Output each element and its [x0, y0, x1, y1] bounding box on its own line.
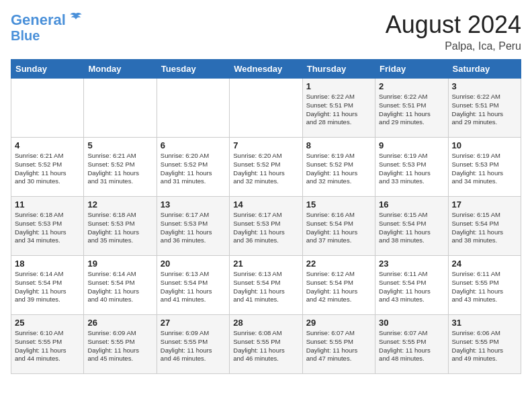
day-number: 6: [161, 140, 226, 150]
calendar-cell: [157, 79, 229, 138]
day-number: 29: [306, 318, 371, 328]
day-number: 2: [379, 81, 444, 91]
weekday-header: Friday: [375, 60, 448, 79]
calendar-cell: 14Sunrise: 6:17 AM Sunset: 5:53 PM Dayli…: [230, 197, 302, 256]
calendar-cell: 20Sunrise: 6:13 AM Sunset: 5:54 PM Dayli…: [157, 256, 229, 315]
day-number: 24: [452, 259, 517, 269]
day-number: 20: [161, 259, 226, 269]
day-info: Sunrise: 6:18 AM Sunset: 5:53 PM Dayligh…: [15, 211, 80, 245]
logo-general: General: [11, 11, 66, 28]
day-number: 3: [452, 81, 517, 91]
day-number: 12: [87, 199, 152, 210]
calendar-cell: 26Sunrise: 6:09 AM Sunset: 5:55 PM Dayli…: [84, 315, 157, 374]
day-info: Sunrise: 6:20 AM Sunset: 5:52 PM Dayligh…: [233, 152, 298, 186]
calendar-cell: 15Sunrise: 6:16 AM Sunset: 5:54 PM Dayli…: [302, 197, 375, 256]
location-subtitle: Palpa, Ica, Peru: [386, 40, 521, 52]
day-info: Sunrise: 6:17 AM Sunset: 5:53 PM Dayligh…: [233, 211, 298, 245]
day-number: 31: [452, 318, 517, 328]
calendar-cell: 4Sunrise: 6:21 AM Sunset: 5:52 PM Daylig…: [11, 138, 84, 197]
calendar-cell: 27Sunrise: 6:09 AM Sunset: 5:55 PM Dayli…: [157, 315, 229, 374]
day-number: 22: [306, 259, 371, 269]
logo-text: General: [11, 13, 66, 28]
day-info: Sunrise: 6:13 AM Sunset: 5:54 PM Dayligh…: [161, 270, 226, 304]
day-info: Sunrise: 6:21 AM Sunset: 5:52 PM Dayligh…: [15, 152, 80, 186]
calendar-week-row: 4Sunrise: 6:21 AM Sunset: 5:52 PM Daylig…: [11, 138, 521, 197]
weekday-header: Tuesday: [157, 60, 229, 79]
weekday-header: Sunday: [11, 60, 84, 79]
calendar-cell: 21Sunrise: 6:13 AM Sunset: 5:54 PM Dayli…: [230, 256, 302, 315]
calendar-cell: 19Sunrise: 6:14 AM Sunset: 5:54 PM Dayli…: [84, 256, 157, 315]
weekday-header-row: SundayMondayTuesdayWednesdayThursdayFrid…: [11, 60, 521, 79]
day-number: 10: [452, 140, 517, 150]
day-number: 1: [306, 81, 371, 91]
calendar-cell: 29Sunrise: 6:07 AM Sunset: 5:55 PM Dayli…: [302, 315, 375, 374]
day-info: Sunrise: 6:20 AM Sunset: 5:52 PM Dayligh…: [161, 152, 226, 186]
weekday-header: Monday: [84, 60, 157, 79]
calendar-cell: 9Sunrise: 6:19 AM Sunset: 5:53 PM Daylig…: [375, 138, 448, 197]
calendar-week-row: 1Sunrise: 6:22 AM Sunset: 5:51 PM Daylig…: [11, 79, 521, 138]
day-info: Sunrise: 6:08 AM Sunset: 5:55 PM Dayligh…: [233, 329, 298, 363]
calendar-cell: 11Sunrise: 6:18 AM Sunset: 5:53 PM Dayli…: [11, 197, 84, 256]
day-number: 21: [233, 259, 298, 269]
day-info: Sunrise: 6:09 AM Sunset: 5:55 PM Dayligh…: [87, 329, 152, 363]
weekday-header: Saturday: [448, 60, 521, 79]
title-section: August 2024 Palpa, Ica, Peru: [386, 11, 521, 52]
day-number: 25: [15, 318, 80, 328]
day-info: Sunrise: 6:15 AM Sunset: 5:54 PM Dayligh…: [452, 211, 517, 245]
calendar-cell: 3Sunrise: 6:22 AM Sunset: 5:51 PM Daylig…: [448, 79, 521, 138]
calendar-cell: [11, 79, 84, 138]
calendar-cell: 13Sunrise: 6:17 AM Sunset: 5:53 PM Dayli…: [157, 197, 229, 256]
weekday-header: Wednesday: [230, 60, 302, 79]
day-info: Sunrise: 6:22 AM Sunset: 5:51 PM Dayligh…: [452, 93, 517, 127]
calendar-cell: 6Sunrise: 6:20 AM Sunset: 5:52 PM Daylig…: [157, 138, 229, 197]
calendar-cell: 7Sunrise: 6:20 AM Sunset: 5:52 PM Daylig…: [230, 138, 302, 197]
calendar-cell: 10Sunrise: 6:19 AM Sunset: 5:53 PM Dayli…: [448, 138, 521, 197]
day-number: 13: [161, 199, 226, 210]
calendar-cell: 2Sunrise: 6:22 AM Sunset: 5:51 PM Daylig…: [375, 79, 448, 138]
day-info: Sunrise: 6:19 AM Sunset: 5:52 PM Dayligh…: [306, 152, 371, 186]
day-info: Sunrise: 6:11 AM Sunset: 5:55 PM Dayligh…: [452, 270, 517, 304]
day-info: Sunrise: 6:06 AM Sunset: 5:55 PM Dayligh…: [452, 329, 517, 363]
day-info: Sunrise: 6:12 AM Sunset: 5:54 PM Dayligh…: [306, 270, 371, 304]
logo: General Blue: [11, 11, 83, 42]
calendar-cell: 22Sunrise: 6:12 AM Sunset: 5:54 PM Dayli…: [302, 256, 375, 315]
logo-bird-icon: [69, 11, 83, 29]
day-number: 17: [452, 199, 517, 210]
day-info: Sunrise: 6:09 AM Sunset: 5:55 PM Dayligh…: [161, 329, 226, 363]
day-info: Sunrise: 6:16 AM Sunset: 5:54 PM Dayligh…: [306, 211, 371, 245]
day-number: 14: [233, 199, 298, 210]
calendar-cell: 30Sunrise: 6:07 AM Sunset: 5:55 PM Dayli…: [375, 315, 448, 374]
page-header: General Blue August 2024 Palpa, Ica, Per…: [11, 11, 521, 52]
day-number: 28: [233, 318, 298, 328]
day-number: 5: [87, 140, 152, 150]
day-number: 18: [15, 259, 80, 269]
day-number: 8: [306, 140, 371, 150]
month-year-title: August 2024: [386, 11, 521, 39]
day-number: 4: [15, 140, 80, 150]
calendar-table: SundayMondayTuesdayWednesdayThursdayFrid…: [11, 59, 521, 374]
weekday-header: Thursday: [302, 60, 375, 79]
day-info: Sunrise: 6:19 AM Sunset: 5:53 PM Dayligh…: [452, 152, 517, 186]
calendar-cell: 31Sunrise: 6:06 AM Sunset: 5:55 PM Dayli…: [448, 315, 521, 374]
calendar-cell: 17Sunrise: 6:15 AM Sunset: 5:54 PM Dayli…: [448, 197, 521, 256]
day-number: 23: [379, 259, 444, 269]
calendar-cell: 18Sunrise: 6:14 AM Sunset: 5:54 PM Dayli…: [11, 256, 84, 315]
day-number: 11: [15, 199, 80, 210]
day-info: Sunrise: 6:18 AM Sunset: 5:53 PM Dayligh…: [87, 211, 152, 245]
day-info: Sunrise: 6:07 AM Sunset: 5:55 PM Dayligh…: [306, 329, 371, 363]
calendar-cell: [84, 79, 157, 138]
day-number: 30: [379, 318, 444, 328]
day-info: Sunrise: 6:10 AM Sunset: 5:55 PM Dayligh…: [15, 329, 80, 363]
calendar-cell: 25Sunrise: 6:10 AM Sunset: 5:55 PM Dayli…: [11, 315, 84, 374]
day-info: Sunrise: 6:19 AM Sunset: 5:53 PM Dayligh…: [379, 152, 444, 186]
day-info: Sunrise: 6:15 AM Sunset: 5:54 PM Dayligh…: [379, 211, 444, 245]
day-info: Sunrise: 6:22 AM Sunset: 5:51 PM Dayligh…: [306, 93, 371, 127]
day-info: Sunrise: 6:11 AM Sunset: 5:54 PM Dayligh…: [379, 270, 444, 304]
day-info: Sunrise: 6:14 AM Sunset: 5:54 PM Dayligh…: [87, 270, 152, 304]
day-number: 15: [306, 199, 371, 210]
day-info: Sunrise: 6:13 AM Sunset: 5:54 PM Dayligh…: [233, 270, 298, 304]
day-number: 19: [87, 259, 152, 269]
calendar-cell: 12Sunrise: 6:18 AM Sunset: 5:53 PM Dayli…: [84, 197, 157, 256]
calendar-cell: 8Sunrise: 6:19 AM Sunset: 5:52 PM Daylig…: [302, 138, 375, 197]
calendar-cell: 23Sunrise: 6:11 AM Sunset: 5:54 PM Dayli…: [375, 256, 448, 315]
